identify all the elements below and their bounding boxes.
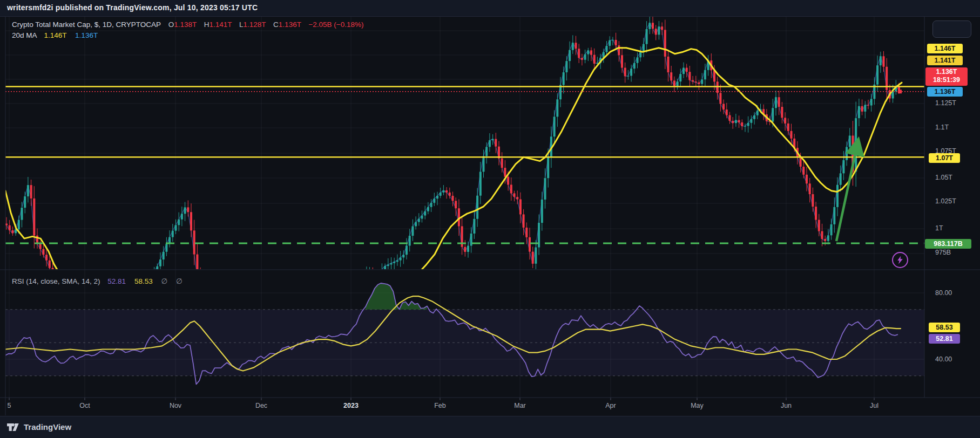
- snapshot-action-button[interactable]: [932, 20, 971, 38]
- price-level-badge: 1.146T: [927, 44, 963, 53]
- time-tick-label: 5: [8, 402, 11, 409]
- ma-legend[interactable]: 20d MA 1.146T 1.136T: [12, 31, 98, 39]
- ma-label: 20d MA: [12, 31, 37, 39]
- tradingview-snapshot: writersmfd2i published on TradingView.co…: [0, 0, 980, 438]
- ma-blue-value: 1.136T: [75, 31, 98, 39]
- time-tick-label: Jul: [870, 402, 878, 409]
- time-tick-label: Apr: [605, 402, 616, 409]
- close-value: 1.136T: [279, 20, 301, 29]
- last-price-badge: 1.136T18:51:39: [925, 67, 968, 86]
- price-tick-label: 1T: [935, 224, 943, 232]
- rsi-ma-badge: 58.53: [929, 323, 960, 332]
- high-value: 1.141T: [209, 20, 232, 29]
- yellow-level-badge: 1.07T: [929, 153, 960, 163]
- low-value: 1.128T: [244, 20, 266, 29]
- price-tick-label: 1.05T: [935, 174, 952, 181]
- rsi-empty-2: ∅: [176, 277, 183, 285]
- low-label: L: [239, 20, 244, 29]
- rsi-value-badge: 52.81: [929, 334, 960, 344]
- time-tick-label: 2023: [343, 402, 359, 409]
- quick-action-button[interactable]: [892, 252, 908, 268]
- change-value: −2.05B (−0.18%): [308, 20, 363, 29]
- ma-blue-badge: 1.136T: [927, 87, 963, 97]
- time-tick-label: Dec: [255, 402, 267, 409]
- chart-canvas[interactable]: [0, 0, 980, 438]
- lightning-icon: [896, 256, 904, 264]
- time-tick-label: Oct: [79, 402, 90, 409]
- rsi-value: 52.81: [107, 277, 126, 285]
- price-tick-label: 1.1T: [935, 124, 949, 131]
- rsi-ma-value: 58.53: [134, 277, 153, 285]
- green-level-badge: 983.117B: [925, 239, 971, 249]
- rsi-empty-1: ∅: [161, 277, 167, 285]
- time-tick-label: Mar: [514, 402, 526, 409]
- price-tick-label: 1.125T: [935, 99, 956, 107]
- footer-bar: TradingView: [0, 416, 980, 438]
- time-tick-label: Nov: [170, 402, 181, 409]
- price-tick-label: 975B: [935, 249, 951, 256]
- tradingview-logo-icon[interactable]: [6, 422, 21, 433]
- open-value: 1.138T: [174, 20, 197, 29]
- rsi-legend[interactable]: RSI (14, close, SMA, 14, 2) 52.81 58.53 …: [12, 277, 183, 285]
- close-label: C: [273, 20, 279, 29]
- rsi-label: RSI (14, close, SMA, 14, 2): [12, 277, 100, 285]
- rsi-tick-label: 40.00: [935, 355, 952, 363]
- publish-title: writersmfd2i published on TradingView.co…: [7, 3, 258, 12]
- time-tick-label: Jun: [781, 402, 792, 409]
- symbol-legend[interactable]: Crypto Total Market Cap, $, 1D, CRYPTOCA…: [12, 20, 364, 29]
- tradingview-brand-text[interactable]: TradingView: [24, 422, 71, 432]
- open-label: O: [168, 20, 174, 29]
- symbol-name: Crypto Total Market Cap, $, 1D, CRYPTOCA…: [12, 20, 161, 29]
- price-level-badge: 1.141T: [927, 56, 963, 65]
- price-tick-label: 1.025T: [935, 197, 956, 205]
- ma20-value: 1.146T: [44, 31, 67, 39]
- time-tick-label: May: [691, 402, 704, 409]
- time-tick-label: Feb: [434, 402, 446, 409]
- high-label: H: [204, 20, 209, 29]
- publish-header: writersmfd2i published on TradingView.co…: [0, 0, 980, 17]
- rsi-tick-label: 80.00: [935, 289, 952, 297]
